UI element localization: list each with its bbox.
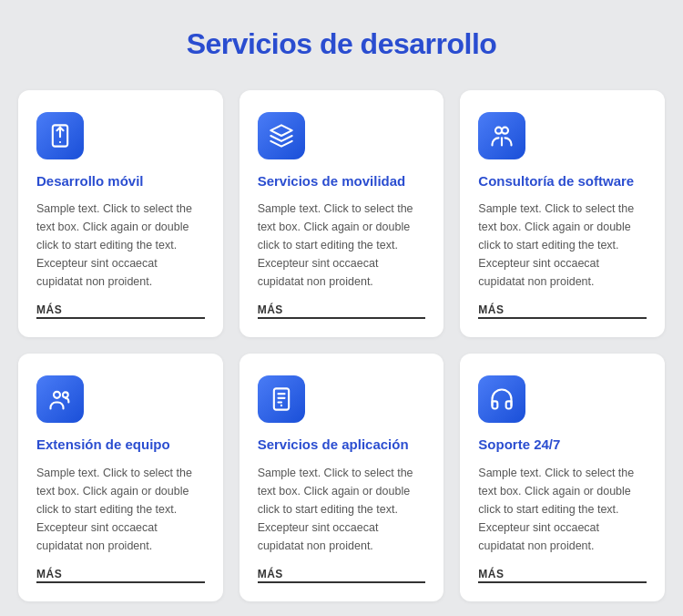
card-soporte: Soporte 24/7 Sample text. Click to selec… <box>460 354 665 601</box>
svg-point-5 <box>502 128 508 134</box>
team-icon <box>47 386 73 412</box>
consulting-icon <box>489 123 515 149</box>
card-4-title: Extensión de equipo <box>36 436 205 454</box>
card-4-link[interactable]: MÁS <box>36 568 205 583</box>
consulting-icon-wrapper <box>478 112 525 159</box>
card-movilidad: Servicios de movilidad Sample text. Clic… <box>240 90 444 337</box>
mobile-icon <box>47 123 73 149</box>
svg-point-8 <box>63 393 68 398</box>
page-title: Servicios de desarrollo <box>18 27 665 61</box>
card-desarrollo-movil: Desarrollo móvil Sample text. Click to s… <box>18 90 223 337</box>
support-icon-wrapper <box>478 375 525 423</box>
svg-marker-3 <box>270 125 291 136</box>
page-wrapper: Servicios de desarrollo Desarrollo móvil… <box>18 27 665 601</box>
layers-icon <box>269 123 294 149</box>
card-6-title: Soporte 24/7 <box>478 436 647 454</box>
support-icon <box>489 386 515 412</box>
card-aplicacion: Servicios de aplicación Sample text. Cli… <box>240 354 444 601</box>
card-1-body: Sample text. Click to select the text bo… <box>36 200 205 291</box>
card-4-body: Sample text. Click to select the text bo… <box>36 464 205 555</box>
mobile-icon-wrapper <box>36 112 84 159</box>
card-6-body: Sample text. Click to select the text bo… <box>478 464 647 555</box>
card-2-link[interactable]: MÁS <box>258 303 426 319</box>
card-3-title: Consultoría de software <box>478 172 647 190</box>
card-1-title: Desarrollo móvil <box>36 172 205 190</box>
card-2-title: Servicios de movilidad <box>258 172 426 190</box>
app-icon-wrapper <box>258 375 305 423</box>
app-icon <box>269 386 294 412</box>
team-icon-wrapper <box>36 375 84 423</box>
svg-point-7 <box>54 392 60 398</box>
card-5-title: Servicios de aplicación <box>258 436 426 454</box>
card-1-link[interactable]: MÁS <box>36 303 205 319</box>
card-6-link[interactable]: MÁS <box>478 568 647 583</box>
card-3-link[interactable]: MÁS <box>478 303 647 319</box>
svg-point-13 <box>280 405 281 406</box>
layers-icon-wrapper <box>258 112 305 159</box>
card-consultoria: Consultoría de software Sample text. Cli… <box>460 90 665 337</box>
card-equipo: Extensión de equipo Sample text. Click t… <box>18 354 223 601</box>
card-3-body: Sample text. Click to select the text bo… <box>478 200 647 291</box>
card-2-body: Sample text. Click to select the text bo… <box>258 200 426 291</box>
card-5-link[interactable]: MÁS <box>258 568 426 583</box>
services-grid: Desarrollo móvil Sample text. Click to s… <box>18 90 665 601</box>
card-5-body: Sample text. Click to select the text bo… <box>258 464 426 555</box>
